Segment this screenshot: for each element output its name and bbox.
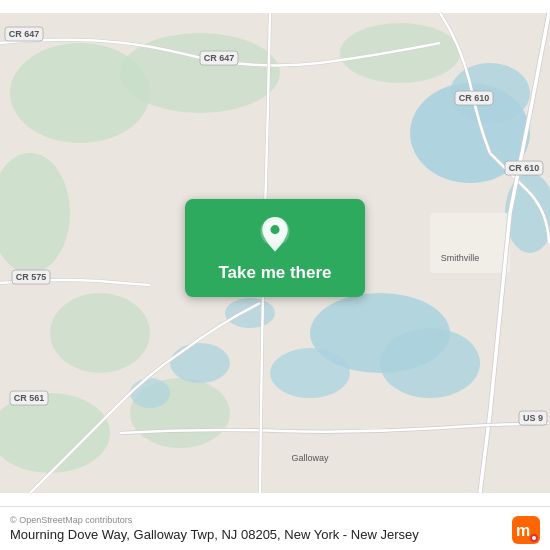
moovit-logo: m (512, 516, 540, 544)
svg-point-15 (130, 378, 170, 408)
svg-point-36 (270, 225, 279, 234)
map-container: CR 647 CR 647 CR 610 CR 610 CR 575 CR 56… (0, 0, 550, 506)
svg-text:CR 647: CR 647 (9, 29, 40, 39)
address-text: Mourning Dove Way, Galloway Twp, NJ 0820… (10, 527, 502, 544)
take-me-there-button[interactable]: Take me there (218, 263, 331, 283)
svg-text:Galloway: Galloway (291, 453, 329, 463)
svg-text:CR 575: CR 575 (16, 272, 47, 282)
svg-text:Smithville: Smithville (441, 253, 480, 263)
svg-text:CR 610: CR 610 (459, 93, 490, 103)
copyright-text: © OpenStreetMap contributors (10, 515, 502, 525)
footer: © OpenStreetMap contributors Mourning Do… (0, 506, 550, 550)
svg-text:CR 610: CR 610 (509, 163, 540, 173)
svg-point-40 (532, 536, 536, 540)
svg-rect-17 (430, 213, 510, 273)
svg-text:US 9: US 9 (523, 413, 543, 423)
moovit-icon: m (512, 516, 540, 544)
location-pin-icon (255, 215, 295, 255)
svg-point-5 (50, 293, 150, 373)
svg-point-14 (170, 343, 230, 383)
svg-point-12 (270, 348, 350, 398)
svg-point-11 (380, 328, 480, 398)
svg-text:CR 561: CR 561 (14, 393, 45, 403)
app: CR 647 CR 647 CR 610 CR 610 CR 575 CR 56… (0, 0, 550, 550)
svg-point-13 (225, 298, 275, 328)
svg-point-3 (340, 23, 460, 83)
svg-text:m: m (516, 522, 530, 539)
cta-overlay: Take me there (185, 199, 365, 297)
svg-text:CR 647: CR 647 (204, 53, 235, 63)
address-block: © OpenStreetMap contributors Mourning Do… (10, 515, 502, 544)
